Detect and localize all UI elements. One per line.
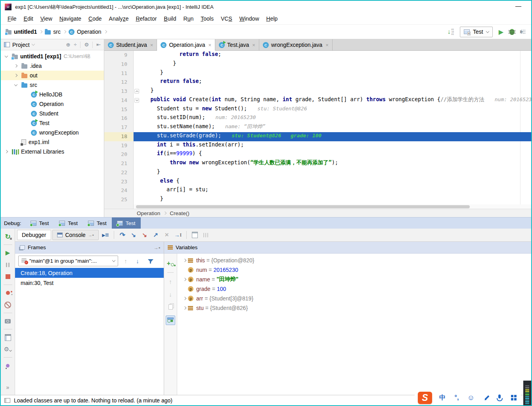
code-line-25[interactable]: }	[134, 195, 531, 204]
project-tree-item-wrongexception[interactable]: wrongException	[1, 128, 104, 137]
project-tree-item-hellojdb[interactable]: HelloJDB	[1, 90, 104, 99]
breadcrumb-item-untitled1[interactable]: untitled1	[6, 29, 37, 35]
menu-window[interactable]: Window	[236, 14, 263, 23]
resume-program-icon[interactable]	[3, 248, 13, 258]
menu-analyze[interactable]: Analyze	[105, 14, 132, 23]
editor-gutter[interactable]: 910111213141516171819202122232425	[104, 51, 134, 209]
project-tree-item-src[interactable]: src	[1, 80, 104, 90]
debug-session-tab-2[interactable]: Test	[54, 217, 83, 229]
debug-session-tab-4[interactable]: Test	[112, 217, 141, 229]
fold-marker-icon[interactable]	[134, 89, 139, 94]
breadcrumb-segment[interactable]: Create()	[170, 210, 189, 216]
editor-tab-operationjava[interactable]: Operation.java×	[157, 39, 215, 51]
mute-breakpoints-icon[interactable]	[3, 300, 13, 310]
line-number[interactable]: 21	[104, 159, 133, 168]
code-line-18[interactable]: stu.setGrade(grade);stu: Student@826 gra…	[134, 132, 531, 141]
breadcrumb-item-src[interactable]: src	[45, 29, 61, 35]
show-execution-point-icon[interactable]	[100, 230, 111, 240]
expand-chevron-icon[interactable]	[181, 259, 188, 262]
menu-view[interactable]: View	[37, 14, 56, 23]
settings-icon[interactable]: ⚙	[84, 42, 89, 48]
line-number[interactable]: 17	[104, 123, 133, 132]
project-tree-item-student[interactable]: Student	[1, 109, 104, 118]
view-breakpoints-icon[interactable]	[3, 288, 13, 298]
locate-icon[interactable]: ⊕	[66, 42, 70, 48]
code-line-20[interactable]: if(i==99999) {	[134, 150, 531, 159]
close-icon[interactable]: ×	[252, 42, 255, 48]
line-number[interactable]: 23	[104, 177, 133, 187]
editor-code-area[interactable]: return false; } } return false; } public…	[134, 51, 531, 209]
get-thread-dump-icon[interactable]	[3, 316, 13, 326]
run-config-selector[interactable]: Test	[460, 27, 493, 37]
line-number[interactable]: 12	[104, 78, 133, 87]
reload-changed-classes-icon[interactable]	[447, 28, 454, 35]
toolwindow-toggle-icon[interactable]	[4, 398, 10, 403]
line-number[interactable]: 16	[104, 114, 133, 123]
line-number[interactable]: 20	[104, 150, 133, 159]
run-button[interactable]	[499, 28, 503, 36]
pause-program-icon[interactable]	[3, 260, 13, 270]
view-options-icon[interactable]	[201, 230, 212, 240]
duplicate-icon[interactable]	[166, 302, 175, 312]
tree-chevron-icon[interactable]	[13, 85, 19, 86]
chinese-mode-icon[interactable]: 中	[438, 393, 446, 402]
move-down-icon[interactable]	[166, 289, 175, 299]
menu-edit[interactable]: Edit	[20, 14, 37, 23]
code-editor[interactable]: 910111213141516171819202122232425 return…	[104, 51, 531, 209]
tree-chevron-icon[interactable]	[3, 150, 10, 153]
handwriting-icon[interactable]	[481, 393, 489, 402]
punctuation-icon[interactable]: °,	[453, 393, 461, 402]
line-number[interactable]: 22	[104, 168, 133, 177]
code-line-21[interactable]: throw new wrongException(“学生人数已添满，不能再添加了…	[134, 159, 531, 168]
chevron-down-icon[interactable]	[31, 42, 34, 46]
show-watches-icon[interactable]	[166, 316, 175, 325]
code-line-14[interactable]: public void Create(int num, String name,…	[134, 96, 531, 105]
restore-layout-icon[interactable]	[3, 332, 13, 343]
variable-row-num[interactable]: pnum=20165230	[177, 265, 531, 275]
editor-tab-wrongexceptionjava[interactable]: wrongException.java×	[259, 39, 333, 50]
frame-row[interactable]: Create:18, Operation	[15, 268, 164, 278]
drop-frame-icon[interactable]	[161, 230, 172, 240]
project-tree-item-untitled1exp1[interactable]: untitled1 [exp1]C:\Users\锦	[1, 52, 104, 61]
close-icon[interactable]: ×	[150, 42, 153, 48]
menu-code[interactable]: Code	[85, 14, 105, 23]
code-line-19[interactable]: int i = this.setIndex(arr);	[134, 141, 531, 150]
variable-row-arr[interactable]: parr={Student[3]@819}	[177, 294, 531, 303]
line-number[interactable]: 9	[104, 51, 133, 60]
code-line-23[interactable]: else {	[134, 177, 531, 187]
line-number[interactable]: 10	[104, 60, 133, 69]
voice-input-icon[interactable]	[496, 393, 503, 402]
code-line-22[interactable]: }	[134, 168, 531, 177]
code-line-10[interactable]: }	[134, 60, 531, 69]
variable-row-stu[interactable]: stu={Student@826}	[177, 303, 531, 313]
menu-navigate[interactable]: Navigate	[56, 14, 85, 23]
variable-row-this[interactable]: this={Operation@820}	[177, 256, 531, 265]
step-out-icon[interactable]	[150, 230, 161, 240]
frame-row[interactable]: main:30, Test	[15, 278, 164, 288]
frame-up-icon[interactable]	[120, 256, 132, 266]
line-number[interactable]: 15	[104, 105, 133, 114]
toolbox-icon[interactable]	[510, 393, 518, 402]
menu-file[interactable]: File	[4, 14, 20, 23]
breadcrumb-segment[interactable]: Operation	[137, 210, 160, 216]
minimize-button[interactable]: —	[515, 2, 521, 9]
run-to-cursor-icon[interactable]	[172, 230, 184, 240]
collapse-all-icon[interactable]: ÷	[74, 42, 77, 48]
tab-debugger[interactable]: Debugger	[17, 230, 51, 240]
code-line-12[interactable]: return false;	[134, 78, 531, 87]
close-icon[interactable]: ×	[325, 42, 329, 48]
fold-marker-icon[interactable]	[134, 98, 139, 103]
code-line-24[interactable]: arr[i] = stu;	[134, 186, 531, 195]
menu-run[interactable]: Run	[180, 14, 197, 23]
line-number[interactable]: 18	[104, 132, 133, 141]
expand-chevron-icon[interactable]	[181, 297, 188, 300]
scrollbar-thumb[interactable]	[136, 205, 470, 208]
debug-session-tab-3[interactable]: Test	[83, 217, 112, 229]
code-line-9[interactable]: return false;	[134, 51, 531, 60]
code-line-15[interactable]: Student stu = new Student();stu: Student…	[134, 105, 531, 114]
settings-icon[interactable]	[3, 344, 13, 354]
step-into-icon[interactable]	[128, 230, 139, 240]
filter-frames-icon[interactable]	[144, 256, 155, 266]
project-tree-item-test[interactable]: Test	[1, 118, 104, 128]
code-line-16[interactable]: stu.setID(num);num: 20165230	[134, 114, 531, 123]
